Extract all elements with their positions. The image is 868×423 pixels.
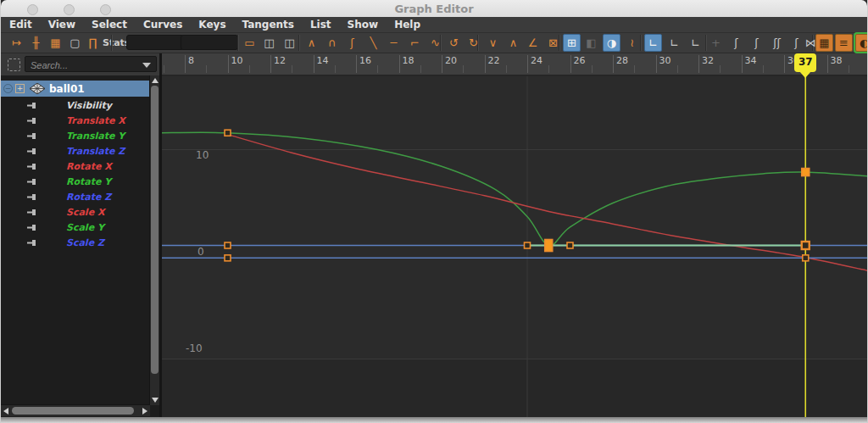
menu-keys[interactable]: Keys bbox=[198, 19, 225, 31]
keyframe-f37[interactable] bbox=[802, 242, 810, 249]
normalized-view-icon[interactable]: ∟ bbox=[687, 34, 704, 52]
free-tangent-weight-icon[interactable]: ∠ bbox=[524, 34, 542, 52]
time-ruler[interactable]: 810121416182022242628303234363837 bbox=[162, 53, 867, 76]
ghost-curves-icon[interactable]: + bbox=[707, 34, 725, 52]
animation-curves-canvas[interactable]: 100-10 bbox=[162, 76, 867, 417]
y-axis-label: 0 bbox=[198, 246, 204, 258]
title-bar[interactable]: Graph Editor bbox=[1, 0, 867, 17]
window-title: Graph Editor bbox=[1, 3, 867, 15]
keyframe-f10[interactable] bbox=[225, 130, 231, 136]
time-snap-off-icon[interactable]: ◧ bbox=[582, 34, 600, 52]
region-select-keys-icon[interactable]: ▢ bbox=[66, 34, 84, 52]
break-tangents-icon[interactable]: ∨ bbox=[484, 34, 502, 52]
channel-row-translate-x[interactable]: Translate X bbox=[1, 113, 150, 128]
menu-select[interactable]: Select bbox=[92, 19, 127, 31]
spreadsheet-icon[interactable]: ▦ bbox=[815, 34, 833, 52]
post-infinity-cycle-icon[interactable]: ʃʃ bbox=[768, 34, 786, 52]
swap-buffer-curve-icon[interactable]: ↻ bbox=[465, 34, 482, 52]
channel-row-visibility[interactable]: Visibility bbox=[1, 97, 150, 113]
menu-help[interactable]: Help bbox=[394, 19, 420, 31]
keyframe-f10[interactable] bbox=[225, 255, 231, 261]
clamped-tangents-icon[interactable]: ∩ bbox=[323, 34, 341, 52]
stacked-view-icon[interactable]: ∟ bbox=[665, 34, 683, 52]
current-frame-marker[interactable]: 37 bbox=[794, 53, 816, 72]
mute-channel-icon[interactable] bbox=[26, 163, 37, 170]
pre-infinity-cycle-offset-icon[interactable]: ʃ bbox=[748, 34, 765, 52]
ruler-major-tick bbox=[570, 55, 571, 73]
menu-show[interactable]: Show bbox=[348, 19, 379, 31]
unify-tangents-icon[interactable]: ∧ bbox=[504, 34, 522, 52]
search-input[interactable] bbox=[29, 58, 134, 72]
absolute-view-icon[interactable]: ∟ bbox=[644, 34, 662, 52]
keyframe-f37[interactable] bbox=[803, 255, 809, 261]
frame-all-icon[interactable]: ▭ bbox=[241, 34, 259, 52]
channel-row-rotate-y[interactable]: Rotate Y bbox=[1, 174, 150, 189]
auto-tangents-icon[interactable]: ʃ bbox=[343, 34, 361, 52]
move-nearest-picked-key-icon[interactable]: ↦ bbox=[8, 34, 25, 52]
channel-row-scale-z[interactable]: Scale Z bbox=[1, 235, 150, 250]
spline-tangents-icon[interactable]: ∧ bbox=[303, 34, 320, 52]
insert-keys-icon[interactable]: ╫ bbox=[27, 34, 45, 52]
linear-tangents-icon[interactable]: ╲ bbox=[364, 34, 382, 52]
time-editor-icon[interactable]: ◐ bbox=[855, 34, 868, 52]
curve-graph-area[interactable]: 100-10 bbox=[162, 76, 867, 417]
frame-playback-range-icon[interactable]: ◫ bbox=[260, 34, 278, 52]
mute-channel-icon[interactable] bbox=[26, 224, 37, 231]
retime-tool-icon[interactable]: ∏ bbox=[84, 34, 102, 52]
scroll-up-icon[interactable] bbox=[152, 78, 159, 83]
value-snap-icon[interactable]: ≀ bbox=[623, 34, 641, 52]
plateau-tangents-icon[interactable]: ∿ bbox=[426, 34, 444, 52]
stats-time-field[interactable] bbox=[126, 35, 184, 50]
menu-tangents[interactable]: Tangents bbox=[242, 19, 294, 31]
keyframe-f37[interactable] bbox=[802, 169, 810, 176]
mute-channel-icon[interactable] bbox=[26, 132, 37, 140]
menu-edit[interactable]: Edit bbox=[9, 19, 32, 31]
keyframe-f24[interactable] bbox=[525, 242, 531, 248]
scroll-left-icon[interactable] bbox=[3, 408, 8, 415]
channel-row-scale-y[interactable]: Scale Y bbox=[1, 220, 150, 235]
stats-value-field[interactable] bbox=[181, 35, 238, 50]
center-current-time-icon[interactable]: ◫ bbox=[281, 34, 298, 52]
time-snap-icon[interactable]: ◑ bbox=[603, 34, 620, 52]
channel-row-rotate-x[interactable]: Rotate X bbox=[1, 159, 150, 174]
scroll-down-icon[interactable] bbox=[152, 398, 159, 403]
lattice-deform-keys-icon[interactable]: ▦ bbox=[47, 34, 64, 52]
outliner-vertical-scrollbar[interactable] bbox=[149, 75, 159, 405]
scroll-right-icon[interactable] bbox=[142, 408, 147, 415]
keyframe-f10[interactable] bbox=[225, 242, 231, 248]
outliner-search-row bbox=[1, 53, 162, 75]
mute-channel-icon[interactable] bbox=[26, 178, 37, 186]
auto-tangent-toggle-icon[interactable]: ⊞ bbox=[563, 34, 581, 52]
mute-channel-icon[interactable] bbox=[26, 117, 37, 125]
lock-tangent-weight-icon[interactable]: ⊠ bbox=[544, 34, 562, 52]
flat-tangents-icon[interactable]: ─ bbox=[385, 34, 403, 52]
step-tangents-icon[interactable]: ⌐ bbox=[406, 34, 424, 52]
keyframe-f25[interactable] bbox=[545, 240, 553, 252]
horizontal-scroll-thumb[interactable] bbox=[12, 407, 134, 415]
mute-channel-icon[interactable] bbox=[26, 239, 37, 247]
menu-list[interactable]: List bbox=[310, 19, 331, 31]
pre-infinity-cycle-icon[interactable]: ʃ bbox=[727, 34, 745, 52]
expand-icon[interactable]: + bbox=[15, 84, 25, 93]
mute-channel-icon[interactable] bbox=[26, 102, 37, 109]
collapse-icon[interactable]: − bbox=[3, 84, 13, 93]
keyframe-f26[interactable] bbox=[567, 242, 573, 248]
ruler-frame-label: 8 bbox=[188, 55, 194, 66]
dope-sheet-icon[interactable]: ≡ bbox=[835, 34, 853, 52]
buffer-curve-snapshot-icon[interactable]: ↺ bbox=[445, 34, 463, 52]
menu-curves[interactable]: Curves bbox=[143, 19, 182, 31]
mute-channel-icon[interactable] bbox=[26, 209, 37, 216]
channel-row-scale-x[interactable]: Scale X bbox=[1, 204, 150, 220]
channel-row-translate-z[interactable]: Translate Z bbox=[1, 143, 150, 159]
channel-row-rotate-z[interactable]: Rotate Z bbox=[1, 189, 150, 204]
chevron-down-icon[interactable] bbox=[142, 63, 151, 68]
channel-row-translate-y[interactable]: Translate Y bbox=[1, 128, 150, 143]
filter-icon[interactable] bbox=[8, 58, 20, 71]
ruler-minor-tick bbox=[634, 65, 635, 73]
mute-channel-icon[interactable] bbox=[26, 193, 37, 201]
outliner-node-ball01[interactable]: − + ball01 bbox=[1, 81, 150, 97]
outliner-horizontal-scrollbar[interactable] bbox=[1, 404, 150, 416]
mute-channel-icon[interactable] bbox=[26, 147, 37, 155]
menu-view[interactable]: View bbox=[48, 19, 75, 31]
vertical-scroll-thumb[interactable] bbox=[151, 86, 159, 374]
